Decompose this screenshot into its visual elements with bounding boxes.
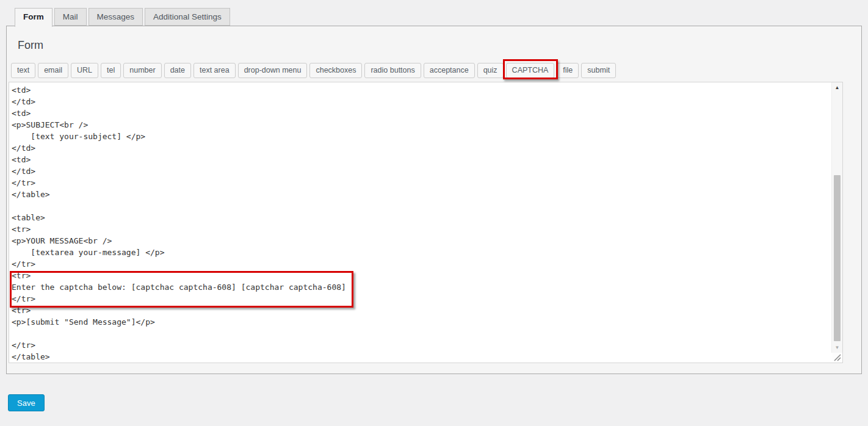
scrollbar-thumb[interactable] (834, 175, 841, 341)
code-line: <p>SUBJECT<br /> (12, 119, 831, 131)
tag-button-acceptance[interactable]: acceptance (424, 63, 475, 78)
code-line: [textarea your-message] </p> (12, 247, 831, 258)
editor-scrollbar[interactable]: ▲ ▼ (831, 82, 842, 353)
code-line: </td> (12, 96, 831, 107)
tag-button-radio-buttons[interactable]: radio buttons (364, 63, 421, 78)
form-code-editor[interactable]: <td> </td> <td> <p>SUBJECT<br /> [text y… (9, 82, 843, 363)
tag-button-date[interactable]: date (164, 63, 191, 78)
code-line: </td> (12, 142, 831, 154)
tag-button-checkboxes[interactable]: checkboxes (309, 63, 362, 78)
tab-form[interactable]: Form (15, 8, 52, 27)
editor-tab-bar: Form Mail Messages Additional Settings (15, 8, 232, 27)
form-code-content: <td> </td> <td> <p>SUBJECT<br /> [text y… (9, 82, 831, 363)
tab-mail[interactable]: Mail (54, 8, 87, 26)
code-line: <tr> (12, 305, 831, 316)
scroll-down-icon[interactable]: ▼ (832, 344, 842, 352)
code-line: [text your-subject] </p> (12, 131, 831, 142)
code-line: <p>[submit "Send Message"]</p> (12, 316, 831, 328)
scroll-up-icon[interactable]: ▲ (832, 84, 842, 92)
tab-additional-settings[interactable]: Additional Settings (145, 8, 230, 26)
code-line: </tr> (12, 293, 831, 305)
code-line: </table> (12, 189, 831, 200)
code-line: <td> (12, 84, 831, 96)
code-line: <td> (12, 107, 831, 119)
tag-button-tel[interactable]: tel (101, 63, 121, 78)
tag-generator-toolbar: text email URL tel number date text area… (11, 63, 616, 78)
code-line-captcha: Enter the captcha below: [captchac captc… (12, 281, 831, 293)
code-line: <table> (12, 212, 831, 223)
tag-button-drop-down-menu[interactable]: drop-down menu (238, 63, 308, 78)
resize-handle-icon[interactable] (833, 353, 842, 362)
code-line: <p>YOUR MESSAGE<br /> (12, 235, 831, 247)
save-button[interactable]: Save (8, 394, 45, 411)
tag-button-submit[interactable]: submit (581, 63, 616, 78)
code-line: </td> (12, 165, 831, 177)
tag-button-url[interactable]: URL (71, 63, 98, 78)
form-tab-panel: Form text email URL tel number date text… (6, 26, 862, 374)
code-line (12, 328, 831, 339)
tag-button-file[interactable]: file (557, 63, 579, 78)
code-line: </tr> (12, 258, 831, 270)
tag-button-text[interactable]: text (11, 63, 35, 78)
captcha-button-highlight-box: CAPTCHA (506, 63, 555, 78)
code-line: <td> (12, 154, 831, 165)
tab-messages[interactable]: Messages (89, 8, 143, 26)
tag-button-email[interactable]: email (38, 63, 68, 78)
code-line: <tr> (12, 270, 831, 281)
tag-button-text-area[interactable]: text area (193, 63, 236, 78)
code-line: <tr> (12, 223, 831, 235)
panel-title: Form (18, 39, 43, 52)
code-line: </table> (12, 351, 831, 363)
code-line (12, 200, 831, 212)
code-line: </tr> (12, 339, 831, 351)
tag-button-quiz[interactable]: quiz (477, 63, 504, 78)
tag-button-captcha[interactable]: CAPTCHA (506, 63, 555, 78)
code-line: </tr> (12, 177, 831, 189)
tag-button-number[interactable]: number (123, 63, 161, 78)
